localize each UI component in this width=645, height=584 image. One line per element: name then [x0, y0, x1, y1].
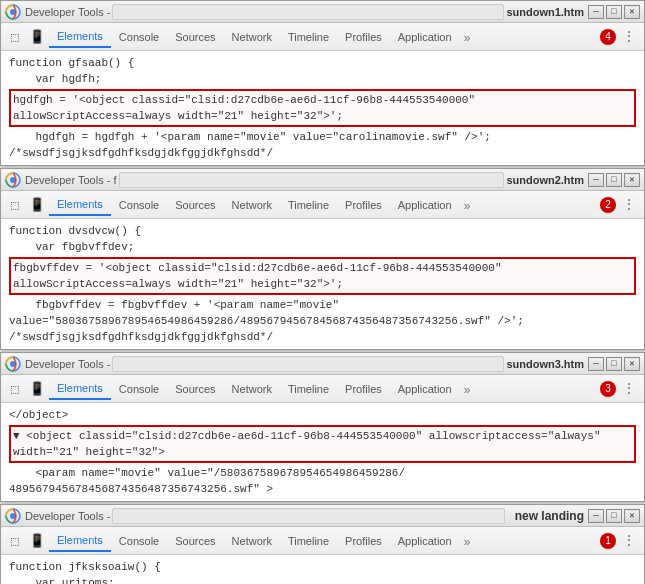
titlebar-text-4: Developer Tools - new landing: [25, 508, 584, 524]
device-icon-3[interactable]: 📱: [27, 379, 47, 399]
tab-elements-1[interactable]: Elements: [49, 26, 111, 48]
menu-dots-1[interactable]: ⋮: [618, 28, 640, 45]
minimize-btn-3[interactable]: ─: [588, 357, 604, 371]
toolbar-2: ⬚ 📱 Elements Console Sources Network Tim…: [1, 191, 644, 219]
url-bar-3[interactable]: [112, 356, 504, 372]
tab-bar-3: Elements Console Sources Network Timelin…: [49, 378, 594, 400]
menu-dots-2[interactable]: ⋮: [618, 196, 640, 213]
code-area-2: function dvsdvcw() { var fbgbvffdev; fbg…: [1, 219, 644, 349]
tab-profiles-1[interactable]: Profiles: [337, 26, 390, 48]
inspect-icon-3[interactable]: ⬚: [5, 379, 25, 399]
toolbar-4: ⬚ 📱 Elements Console Sources Network Tim…: [1, 527, 644, 555]
url-bar-4[interactable]: [112, 508, 504, 524]
filename-3: sundown3.htm: [506, 358, 584, 370]
tab-more-1[interactable]: »: [460, 30, 475, 48]
minimize-btn-1[interactable]: ─: [588, 5, 604, 19]
tab-console-3[interactable]: Console: [111, 378, 167, 400]
tab-timeline-1[interactable]: Timeline: [280, 26, 337, 48]
tab-application-4[interactable]: Application: [390, 530, 460, 552]
maximize-btn-2[interactable]: □: [606, 173, 622, 187]
tab-sources-2[interactable]: Sources: [167, 194, 223, 216]
devtools-window-2: Developer Tools - f sundown2.htm ─ □ ✕ ⬚…: [0, 168, 645, 350]
device-icon-2[interactable]: 📱: [27, 195, 47, 215]
close-btn-2[interactable]: ✕: [624, 173, 640, 187]
tab-console-4[interactable]: Console: [111, 530, 167, 552]
tab-more-4[interactable]: »: [460, 534, 475, 552]
tab-sources-3[interactable]: Sources: [167, 378, 223, 400]
tab-application-1[interactable]: Application: [390, 26, 460, 48]
code-line-1-2: var hgdfh;: [9, 71, 636, 87]
window-controls-2: ─ □ ✕: [588, 173, 640, 187]
tab-elements-4[interactable]: Elements: [49, 530, 111, 552]
tab-timeline-3[interactable]: Timeline: [280, 378, 337, 400]
window-title-4: Developer Tools -: [25, 510, 110, 522]
titlebar-2: Developer Tools - f sundown2.htm ─ □ ✕: [1, 169, 644, 191]
tab-sources-4[interactable]: Sources: [167, 530, 223, 552]
code-line-2-5: /*swsdfjsgjksdfgdhfksdgjdkfggjdkfghsdd*/: [9, 329, 636, 345]
maximize-btn-4[interactable]: □: [606, 509, 622, 523]
chrome-icon-3: [5, 356, 21, 372]
titlebar-1: Developer Tools - sundown1.htm ─ □ ✕: [1, 1, 644, 23]
maximize-btn-1[interactable]: □: [606, 5, 622, 19]
code-line-2-1: function dvsdvcw() {: [9, 223, 636, 239]
close-btn-1[interactable]: ✕: [624, 5, 640, 19]
tab-bar-2: Elements Console Sources Network Timelin…: [49, 194, 594, 216]
toolbar-1: ⬚ 📱 Elements Console Sources Network Tim…: [1, 23, 644, 51]
tab-application-3[interactable]: Application: [390, 378, 460, 400]
tab-timeline-2[interactable]: Timeline: [280, 194, 337, 216]
code-line-1-1: function gfsaab() {: [9, 55, 636, 71]
minimize-btn-2[interactable]: ─: [588, 173, 604, 187]
code-line-4-1: function jfksksoaiw() {: [9, 559, 636, 575]
devtools-window-3: Developer Tools - sundown3.htm ─ □ ✕ ⬚ 📱…: [0, 352, 645, 502]
tab-network-3[interactable]: Network: [224, 378, 280, 400]
tab-profiles-2[interactable]: Profiles: [337, 194, 390, 216]
device-icon-4[interactable]: 📱: [27, 531, 47, 551]
devtools-window-1: Developer Tools - sundown1.htm ─ □ ✕ ⬚ 📱…: [0, 0, 645, 166]
error-badge-3: 3: [600, 381, 616, 397]
maximize-btn-3[interactable]: □: [606, 357, 622, 371]
minimize-btn-4[interactable]: ─: [588, 509, 604, 523]
code-line-3-2: <param name="movie" value="/580367589678…: [9, 465, 636, 481]
url-bar-2[interactable]: [119, 172, 505, 188]
tab-console-2[interactable]: Console: [111, 194, 167, 216]
code-line-3-1: </object>: [9, 407, 636, 423]
error-badge-4: 1: [600, 533, 616, 549]
tab-network-4[interactable]: Network: [224, 530, 280, 552]
tab-elements-3[interactable]: Elements: [49, 378, 111, 400]
tab-timeline-4[interactable]: Timeline: [280, 530, 337, 552]
new-landing-badge: new landing: [515, 509, 584, 523]
tab-bar-1: Elements Console Sources Network Timelin…: [49, 26, 594, 48]
code-line-1-3: hgdfgh = hgdfgh + '<param name="movie" v…: [9, 129, 636, 145]
code-line-3-3: 489567945678456874356487356743256.swf" >: [9, 481, 636, 497]
window-title-3: Developer Tools -: [25, 358, 110, 370]
close-btn-4[interactable]: ✕: [624, 509, 640, 523]
inspect-icon-2[interactable]: ⬚: [5, 195, 25, 215]
chrome-icon: [5, 4, 21, 20]
tab-sources-1[interactable]: Sources: [167, 26, 223, 48]
tab-network-1[interactable]: Network: [224, 26, 280, 48]
window-title-1: Developer Tools -: [25, 6, 110, 18]
tab-profiles-3[interactable]: Profiles: [337, 378, 390, 400]
window-controls-3: ─ □ ✕: [588, 357, 640, 371]
tab-network-2[interactable]: Network: [224, 194, 280, 216]
inspect-icon-1[interactable]: ⬚: [5, 27, 25, 47]
tab-profiles-4[interactable]: Profiles: [337, 530, 390, 552]
devtools-window-4: Developer Tools - new landing ─ □ ✕ ⬚ 📱 …: [0, 504, 645, 584]
code-highlight-1: hgdfgh = '<object classid="clsid:d27cdb6…: [9, 89, 636, 127]
device-icon-1[interactable]: 📱: [27, 27, 47, 47]
close-btn-3[interactable]: ✕: [624, 357, 640, 371]
tab-more-2[interactable]: »: [460, 198, 475, 216]
titlebar-text-3: Developer Tools - sundown3.htm: [25, 356, 584, 372]
menu-dots-4[interactable]: ⋮: [618, 532, 640, 549]
titlebar-4: Developer Tools - new landing ─ □ ✕: [1, 505, 644, 527]
inspect-icon-4[interactable]: ⬚: [5, 531, 25, 551]
window-title-2: Developer Tools - f: [25, 174, 117, 186]
error-badge-2: 2: [600, 197, 616, 213]
tab-more-3[interactable]: »: [460, 382, 475, 400]
tab-application-2[interactable]: Application: [390, 194, 460, 216]
tab-console-1[interactable]: Console: [111, 26, 167, 48]
url-bar-1[interactable]: [112, 4, 504, 20]
code-highlight-2: fbgbvffdev = '<object classid="clsid:d27…: [9, 257, 636, 295]
menu-dots-3[interactable]: ⋮: [618, 380, 640, 397]
tab-elements-2[interactable]: Elements: [49, 194, 111, 216]
